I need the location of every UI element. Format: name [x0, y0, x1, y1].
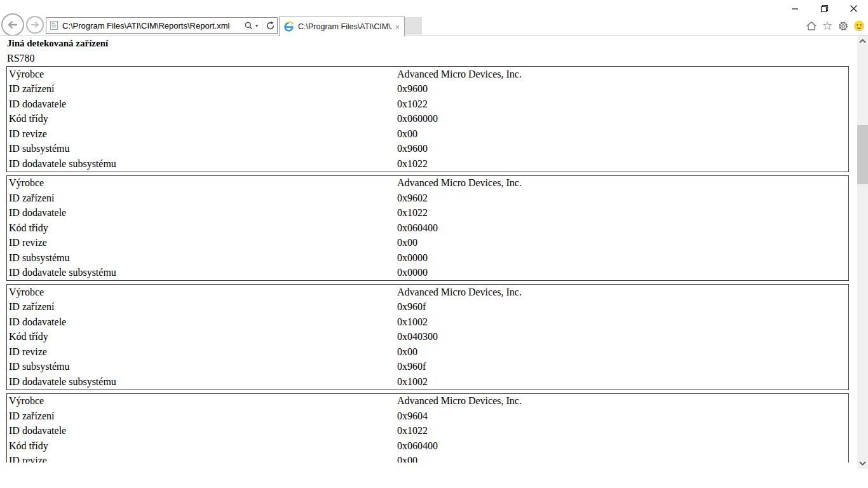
property-value: 0x1022	[397, 158, 848, 170]
tab-close-icon[interactable]: ×	[395, 23, 400, 31]
table-row: VýrobceAdvanced Micro Devices, Inc.	[7, 176, 848, 191]
page-title: Jiná detekovaná zařízení	[7, 38, 857, 49]
ie-logo-icon	[283, 22, 294, 32]
property-value: Advanced Micro Devices, Inc.	[397, 287, 848, 298]
close-button[interactable]	[839, 0, 868, 17]
scrollbar-thumb[interactable]	[857, 125, 868, 184]
table-row: ID dodavatele0x1022	[7, 206, 848, 221]
forward-button[interactable]	[26, 16, 44, 34]
property-label: ID revize	[7, 128, 397, 140]
property-value: 0x00	[397, 455, 848, 463]
property-label: ID dodavatele	[7, 98, 397, 110]
property-value: 0x1002	[397, 376, 848, 388]
property-value: Advanced Micro Devices, Inc.	[397, 395, 848, 407]
property-value: 0x00	[397, 346, 848, 358]
device-table: VýrobceAdvanced Micro Devices, Inc.ID za…	[6, 175, 849, 281]
table-row: VýrobceAdvanced Micro Devices, Inc.	[7, 394, 848, 409]
property-label: ID zařízení	[7, 301, 397, 313]
table-row: Kód třídy0x060400	[7, 438, 848, 454]
property-value: 0x060000	[397, 113, 848, 125]
new-tab-button[interactable]	[405, 17, 422, 34]
table-row: Kód třídy0x060400	[7, 220, 848, 236]
report-tables: VýrobceAdvanced Micro Devices, Inc.ID za…	[0, 66, 857, 463]
property-label: Výrobce	[7, 69, 397, 80]
property-value: 0x00	[397, 237, 848, 248]
table-row: ID dodavatele subsystému0x0000	[7, 266, 848, 281]
property-label: ID dodavatele	[7, 207, 397, 219]
back-arrow-icon	[6, 18, 19, 31]
property-value: 0x0000	[397, 267, 848, 278]
table-row: ID zařízení0x9604	[7, 409, 848, 424]
table-row: ID zařízení0x9600	[7, 82, 848, 97]
property-label: ID dodavatele	[7, 316, 397, 328]
vertical-scrollbar[interactable]	[857, 36, 868, 469]
table-row: ID zařízení0x9602	[7, 191, 848, 206]
feedback-smiley-icon[interactable]	[853, 20, 865, 32]
table-row: ID revize0x00	[7, 344, 848, 360]
address-bar[interactable]: C:\Program Files\ATI\CIM\Reports\Report.…	[46, 17, 278, 34]
refresh-icon[interactable]	[264, 18, 277, 33]
property-label: ID zařízení	[7, 193, 397, 204]
property-value: 0x040300	[397, 331, 848, 342]
table-row: ID dodavatele subsystému0x1002	[7, 374, 848, 390]
property-value: 0x1022	[397, 98, 848, 110]
table-row: VýrobceAdvanced Micro Devices, Inc.	[7, 285, 848, 300]
table-row: ID zařízení0x960f	[7, 300, 848, 315]
property-value: 0x960f	[397, 361, 848, 372]
settings-gear-icon[interactable]	[837, 20, 849, 32]
window-controls	[780, 0, 868, 17]
table-row: ID dodavatele0x1022	[7, 97, 848, 112]
device-table: VýrobceAdvanced Micro Devices, Inc.ID za…	[6, 284, 849, 390]
address-dropdown-icon[interactable]: ▾	[255, 23, 261, 29]
table-row: ID revize0x00	[7, 454, 848, 463]
property-label: ID dodavatele	[7, 425, 397, 437]
restore-button[interactable]	[810, 0, 839, 17]
restore-icon	[820, 4, 829, 13]
property-value: 0x060400	[397, 222, 848, 234]
table-row: Kód třídy0x040300	[7, 330, 848, 345]
tab-title: C:\Program Files\ATI\CIM\...	[298, 22, 392, 31]
scroll-down-button[interactable]	[857, 458, 868, 469]
property-label: ID zařízení	[7, 410, 397, 422]
table-row: VýrobceAdvanced Micro Devices, Inc.	[7, 67, 848, 82]
table-row: ID revize0x00	[7, 236, 848, 251]
property-value: 0x960f	[397, 301, 848, 313]
property-value: 0x1022	[397, 207, 848, 219]
table-row: ID dodavatele0x1002	[7, 315, 848, 330]
device-table: VýrobceAdvanced Micro Devices, Inc.ID za…	[6, 66, 849, 172]
property-label: ID dodavatele subsystému	[7, 158, 397, 170]
property-value: 0x9600	[397, 83, 848, 95]
property-label: ID subsystému	[7, 252, 397, 264]
back-button[interactable]	[1, 13, 24, 36]
property-label: Výrobce	[7, 177, 397, 189]
property-label: ID revize	[7, 237, 397, 248]
property-value: 0x00	[397, 128, 848, 140]
device-table: VýrobceAdvanced Micro Devices, Inc.ID za…	[6, 393, 849, 463]
property-label: ID zařízení	[7, 83, 397, 95]
table-row: ID subsystému0x0000	[7, 250, 848, 266]
document-viewport: Jiná detekovaná zařízení RS780 VýrobceAd…	[0, 36, 857, 463]
table-row: ID dodavatele subsystému0x1022	[7, 156, 848, 172]
search-icon[interactable]	[242, 18, 255, 33]
chevron-up-icon	[859, 39, 866, 43]
property-value: 0x1002	[397, 316, 848, 328]
favorites-star-icon[interactable]: ☆	[822, 20, 833, 32]
table-row: ID subsystému0x960f	[7, 360, 848, 375]
property-label: ID dodavatele subsystému	[7, 376, 397, 388]
property-value: Advanced Micro Devices, Inc.	[397, 69, 848, 80]
property-value: 0x9604	[397, 410, 848, 422]
scroll-up-button[interactable]	[857, 36, 868, 46]
property-label: Kód třídy	[7, 331, 397, 342]
browser-tab[interactable]: C:\Program Files\ATI\CIM\... ×	[279, 17, 405, 36]
home-icon[interactable]	[806, 20, 817, 32]
url-field[interactable]: C:\Program Files\ATI\CIM\Reports\Report.…	[62, 21, 242, 30]
property-value: 0x0000	[397, 252, 848, 264]
property-label: Kód třídy	[7, 222, 397, 234]
minimize-button[interactable]	[780, 0, 810, 17]
property-value: Advanced Micro Devices, Inc.	[397, 177, 848, 189]
property-label: Výrobce	[7, 287, 397, 298]
chevron-down-icon	[859, 461, 866, 466]
forward-arrow-icon	[30, 20, 40, 30]
browser-chrome: C:\Program Files\ATI\CIM\Reports\Report.…	[0, 0, 868, 36]
device-name: RS780	[7, 53, 857, 64]
